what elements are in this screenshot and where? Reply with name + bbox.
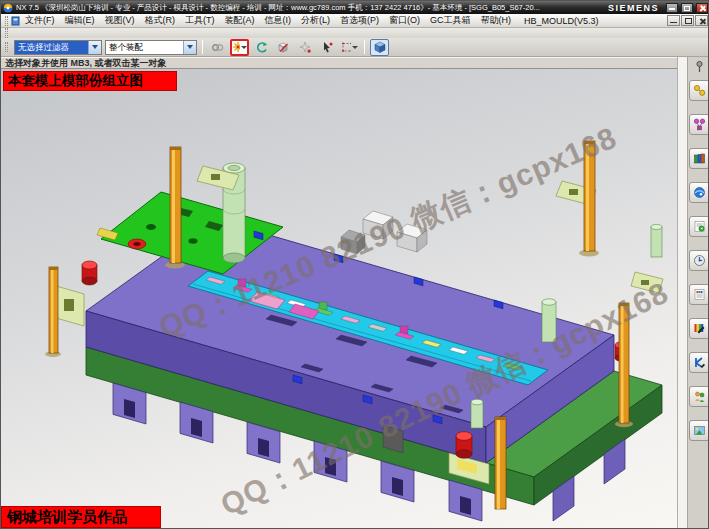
minimize-button[interactable] bbox=[666, 3, 678, 13]
toolbar-grip-1[interactable] bbox=[5, 28, 8, 38]
menu-assemblies[interactable]: 装配(A) bbox=[220, 14, 260, 27]
close-button[interactable] bbox=[696, 3, 708, 13]
constraint-navigator-icon bbox=[693, 118, 706, 131]
menu-help[interactable]: 帮助(H) bbox=[476, 14, 517, 27]
assembly-navigator-icon bbox=[693, 84, 706, 97]
pin-icon[interactable] bbox=[693, 60, 706, 74]
select-cursor-icon[interactable] bbox=[318, 39, 337, 56]
menu-window[interactable]: 窗口(O) bbox=[384, 14, 425, 27]
process-studio-button[interactable] bbox=[689, 284, 709, 305]
link-snap-icon[interactable] bbox=[208, 39, 227, 56]
sparkle-point-icon[interactable] bbox=[296, 39, 315, 56]
part-navigator-button[interactable] bbox=[689, 148, 709, 169]
shaded-view-cube-icon[interactable] bbox=[370, 39, 389, 56]
process-studio-icon bbox=[693, 288, 706, 301]
marquee-select-icon[interactable] bbox=[340, 39, 359, 56]
toolbar-grip-2[interactable] bbox=[5, 42, 8, 52]
history-button[interactable] bbox=[689, 250, 709, 271]
internet-explorer-button[interactable] bbox=[689, 182, 709, 203]
snap-point-star-icon[interactable] bbox=[230, 39, 249, 56]
scope-filter-combobox[interactable]: 整个装配 bbox=[105, 40, 197, 55]
roles-palette-icon bbox=[693, 322, 706, 335]
resource-bar bbox=[687, 57, 709, 529]
internet-explorer-icon bbox=[693, 186, 706, 199]
scene-gallery-button[interactable] bbox=[689, 420, 709, 441]
doc-close-button[interactable] bbox=[695, 15, 708, 26]
datum-cube-pencil-icon[interactable] bbox=[274, 39, 293, 56]
doc-restore-button[interactable] bbox=[681, 15, 694, 26]
scene-image-icon bbox=[693, 424, 706, 437]
type-filter-dropdown-icon[interactable] bbox=[88, 41, 101, 54]
session-label: HB_MOULD(V5.3) bbox=[524, 16, 599, 26]
menu-grip[interactable] bbox=[5, 16, 8, 26]
title-bar: NX 7.5 《深圳松岗山下培训 - 专业 - 产品设计 - 模具设计 - 数控… bbox=[1, 1, 709, 14]
top-caption-banner: 本套模上模部份组立图 bbox=[3, 71, 177, 91]
siemens-logo: SIEMENS bbox=[608, 3, 659, 13]
type-filter-combobox[interactable]: 无选择过滤器 bbox=[14, 40, 102, 55]
toolbar-dock-strip bbox=[1, 28, 709, 38]
doc-minimize-button[interactable] bbox=[667, 15, 680, 26]
system-visuals-icon bbox=[693, 356, 706, 369]
menu-gc-toolbox[interactable]: GC工具箱 bbox=[425, 14, 476, 27]
selection-toolbar: 无选择过滤器 整个装配 bbox=[1, 38, 709, 57]
menu-format[interactable]: 格式(R) bbox=[140, 14, 181, 27]
menu-information[interactable]: 信息(I) bbox=[260, 14, 297, 27]
bottom-caption-banner: 钢城培训学员作品 bbox=[1, 506, 161, 528]
history-clock-icon bbox=[693, 254, 706, 267]
menu-bar: 文件(F) 编辑(E) 视图(V) 格式(R) 工具(T) 装配(A) 信息(I… bbox=[1, 14, 709, 28]
web-page-button[interactable] bbox=[689, 216, 709, 237]
viewport-scrollbar[interactable] bbox=[677, 57, 687, 529]
menu-tools[interactable]: 工具(T) bbox=[180, 14, 220, 27]
prompt-line: 选择对象并使用 MB3, 或者双击某一对象 bbox=[1, 57, 677, 69]
part-navigator-books-icon bbox=[693, 152, 706, 165]
nx-application-window: NX 7.5 《深圳松岗山下培训 - 专业 - 产品设计 - 模具设计 - 数控… bbox=[0, 0, 709, 529]
scope-filter-dropdown-icon[interactable] bbox=[183, 41, 196, 54]
users-icon bbox=[693, 390, 706, 403]
system-visuals-button[interactable] bbox=[689, 352, 709, 373]
constraint-navigator-button[interactable] bbox=[689, 114, 709, 135]
web-page-icon bbox=[693, 220, 706, 233]
menu-file[interactable]: 文件(F) bbox=[20, 14, 60, 27]
nx-logo-icon bbox=[3, 3, 13, 13]
undo-arrow-icon[interactable] bbox=[252, 39, 271, 56]
part-icon bbox=[11, 16, 20, 26]
menu-view[interactable]: 视图(V) bbox=[100, 14, 140, 27]
scope-filter-value: 整个装配 bbox=[106, 41, 183, 54]
window-title: NX 7.5 《深圳松岗山下培训 - 专业 - 产品设计 - 模具设计 - 数控… bbox=[16, 3, 605, 13]
menu-edit[interactable]: 编辑(E) bbox=[60, 14, 100, 27]
graphics-viewport[interactable]: QQ：11210 82190 微信：gcpx168 QQ：11210 82190… bbox=[1, 69, 677, 529]
restore-button[interactable] bbox=[681, 3, 693, 13]
type-filter-value: 无选择过滤器 bbox=[15, 41, 88, 54]
assembly-navigator-button[interactable] bbox=[689, 80, 709, 101]
roles-button[interactable] bbox=[689, 318, 709, 339]
menu-preferences[interactable]: 首选项(P) bbox=[335, 14, 384, 27]
users-button[interactable] bbox=[689, 386, 709, 407]
menu-analysis[interactable]: 分析(L) bbox=[296, 14, 335, 27]
